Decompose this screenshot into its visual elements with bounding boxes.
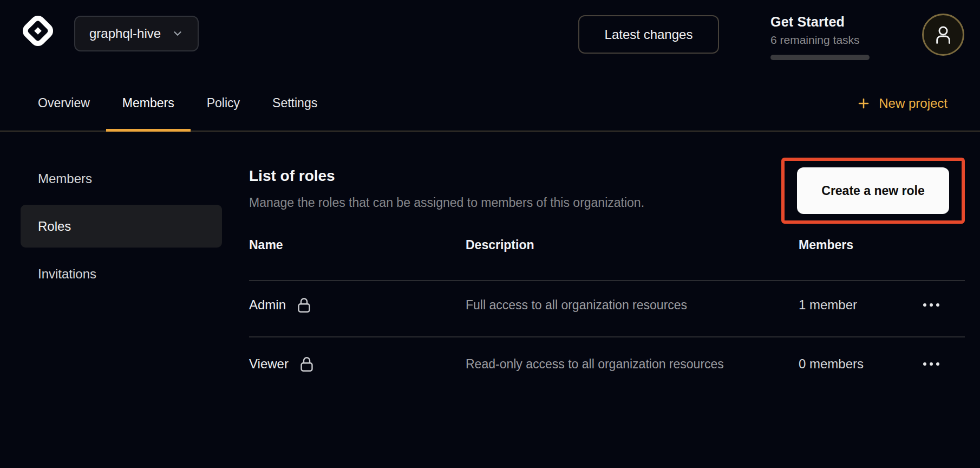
hive-logo-icon — [20, 13, 56, 49]
annotation-highlight-box: Create a new role — [781, 158, 965, 224]
top-bar: graphql-hive Latest changes Get Started … — [0, 0, 980, 76]
role-members-count: 0 members — [799, 356, 923, 372]
plus-icon — [857, 97, 870, 110]
new-project-link[interactable]: New project — [857, 76, 948, 131]
column-header-members: Members — [799, 237, 923, 253]
user-avatar[interactable] — [922, 14, 964, 56]
chevron-down-icon — [172, 28, 184, 40]
org-selector[interactable]: graphql-hive — [74, 16, 199, 51]
create-role-button[interactable]: Create a new role — [797, 167, 949, 214]
tab-overview[interactable]: Overview — [22, 76, 106, 131]
members-sidebar: Members Roles Invitations — [21, 157, 222, 295]
latest-changes-button[interactable]: Latest changes — [578, 15, 719, 54]
column-header-name: Name — [249, 237, 466, 253]
tab-policy[interactable]: Policy — [191, 76, 256, 131]
role-name: Admin — [249, 297, 286, 313]
get-started-subtitle: 6 remaining tasks — [770, 34, 870, 47]
role-members-count: 1 member — [799, 297, 923, 313]
column-header-description: Description — [466, 237, 799, 253]
sidebar-item-invitations[interactable]: Invitations — [21, 252, 222, 295]
roles-panel: List of roles Manage the roles that can … — [249, 133, 965, 468]
ellipsis-icon — [923, 362, 926, 366]
ellipsis-icon — [923, 303, 926, 307]
row-actions-menu-button[interactable] — [923, 357, 948, 371]
table-row-admin: Admin Full access to all organization re… — [249, 281, 965, 337]
content-area: Members Roles Invitations List of roles … — [0, 133, 980, 468]
row-actions-menu-button[interactable] — [923, 298, 948, 312]
role-description: Read-only access to all organization res… — [466, 353, 736, 375]
roles-table-header: Name Description Members — [249, 229, 965, 281]
person-icon — [934, 24, 952, 45]
new-project-label: New project — [879, 96, 948, 111]
role-name-cell: Viewer — [249, 356, 466, 373]
org-tab-bar: Overview Members Policy Settings New pro… — [0, 76, 980, 132]
org-tabs: Overview Members Policy Settings — [22, 76, 334, 131]
get-started-widget[interactable]: Get Started 6 remaining tasks — [770, 14, 870, 60]
tab-settings[interactable]: Settings — [256, 76, 334, 131]
sidebar-item-roles[interactable]: Roles — [21, 205, 222, 248]
role-description: Full access to all organization resource… — [466, 294, 736, 316]
lock-icon — [297, 297, 311, 314]
role-name-cell: Admin — [249, 297, 466, 314]
lock-icon — [299, 356, 314, 373]
get-started-progress-bar — [770, 55, 870, 60]
role-name: Viewer — [249, 356, 289, 372]
table-row-viewer: Viewer Read-only access to all organizat… — [249, 337, 965, 391]
tab-members[interactable]: Members — [106, 76, 191, 131]
get-started-title: Get Started — [770, 14, 870, 30]
roles-table: Name Description Members Admin Full acce… — [249, 229, 965, 391]
org-selector-label: graphql-hive — [89, 26, 161, 41]
sidebar-item-members[interactable]: Members — [21, 157, 222, 200]
app-window: graphql-hive Latest changes Get Started … — [0, 0, 980, 468]
